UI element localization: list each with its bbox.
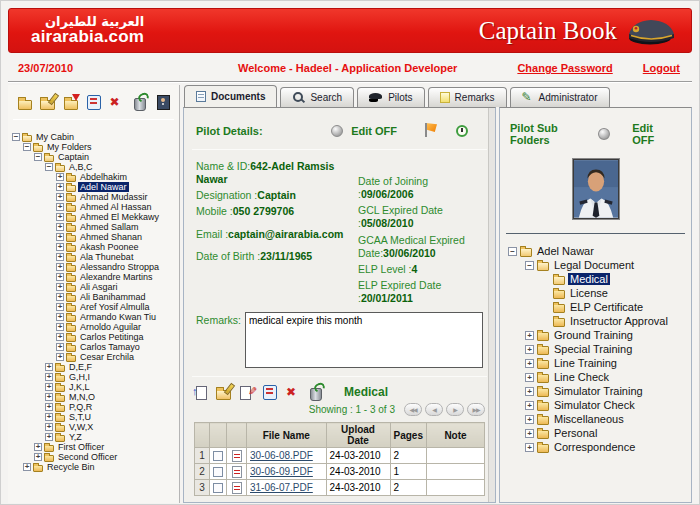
expiry-clock-icon[interactable]	[455, 124, 469, 138]
expand-icon[interactable]: +	[56, 243, 64, 251]
expand-icon[interactable]: +	[45, 403, 53, 411]
expand-icon[interactable]: +	[34, 453, 42, 461]
collapse-icon[interactable]: −	[23, 143, 31, 151]
tree-item[interactable]: +Armando Kwan Tiu	[12, 312, 179, 322]
tree-item[interactable]: +Adel Nawar	[12, 182, 179, 192]
tree-item-label[interactable]: D,E,F	[67, 362, 94, 372]
edit-toggle-button[interactable]	[331, 125, 343, 137]
tree-item-label[interactable]: Legal Document	[552, 259, 636, 271]
expand-icon[interactable]: +	[56, 213, 64, 221]
tree-item-label[interactable]: Adel Nawar	[535, 245, 596, 257]
upload-document-icon[interactable]	[192, 384, 210, 400]
tree-item-label[interactable]: Y,Z	[67, 432, 84, 442]
expand-icon[interactable]: +	[525, 443, 534, 452]
tree-item[interactable]: +Ala Thunebat	[12, 252, 179, 262]
tree-item[interactable]: +Personal	[508, 426, 691, 440]
tree-item-label[interactable]: ELP Certificate	[568, 301, 645, 313]
tree-item[interactable]: −My Cabin	[12, 132, 179, 142]
expand-icon[interactable]: +	[56, 263, 64, 271]
expand-icon[interactable]: +	[45, 413, 53, 421]
tree-item[interactable]: +Correspondence	[508, 440, 691, 454]
delete-icon[interactable]	[108, 94, 126, 110]
expand-icon[interactable]: +	[56, 333, 64, 341]
expand-icon[interactable]: +	[45, 423, 53, 431]
tree-item[interactable]: +Aref Yosif Almulla	[12, 302, 179, 312]
tree-item[interactable]: +S,T,U	[12, 412, 179, 422]
tree-item-label[interactable]: Carlos Petitinga	[78, 332, 146, 342]
tree-item[interactable]: +Simulator Training	[508, 384, 691, 398]
tree-item-label[interactable]: Insetructor Approval	[568, 315, 670, 327]
row-checkbox[interactable]	[213, 483, 223, 493]
tree-item-label[interactable]: Personal	[552, 427, 599, 439]
tree-item-label[interactable]: Arnoldo Aguilar	[78, 322, 143, 332]
expand-icon[interactable]: +	[34, 443, 42, 451]
tree-item-label[interactable]: Abdelhakim	[78, 172, 129, 182]
tree-item-label[interactable]: Line Training	[552, 357, 619, 369]
expand-icon[interactable]: +	[525, 401, 534, 410]
tree-item[interactable]: Insetructor Approval	[508, 314, 691, 328]
tree-item-label[interactable]: Armando Kwan Tiu	[78, 312, 158, 322]
expand-icon[interactable]: +	[45, 363, 53, 371]
tree-item[interactable]: +Ahmed Al Hassan	[12, 202, 179, 212]
tree-item[interactable]: −Captain	[12, 152, 179, 162]
change-password-link[interactable]: Change Password	[517, 62, 612, 74]
delete-icon[interactable]	[284, 384, 302, 400]
expand-icon[interactable]: +	[525, 387, 534, 396]
tree-item-label[interactable]: Adel Nawar	[78, 182, 129, 192]
tree-item[interactable]: +Special Training	[508, 342, 691, 356]
tree-item[interactable]: +Simulator Check	[508, 398, 691, 412]
tree-item[interactable]: +Miscellaneous	[508, 412, 691, 426]
tree-item-label[interactable]: Correspondence	[552, 441, 637, 453]
tree-item[interactable]: +Line Check	[508, 370, 691, 384]
tree-item-label[interactable]: License	[568, 287, 610, 299]
first-page-icon[interactable]: ◀◀	[404, 403, 422, 416]
row-number[interactable]: 2	[195, 464, 210, 480]
tree-item[interactable]: +V,W,X	[12, 422, 179, 432]
tab-pilots[interactable]: Pilots	[357, 87, 424, 107]
expand-icon[interactable]: +	[525, 345, 534, 354]
expand-icon[interactable]: +	[45, 393, 53, 401]
tree-item-label[interactable]: Carlos Tamayo	[78, 342, 142, 352]
expand-icon[interactable]: +	[525, 373, 534, 382]
tree-item-label[interactable]: Ali Banihammad	[78, 292, 148, 302]
tree-item-label[interactable]: Ali Asgari	[78, 282, 120, 292]
tree-item-label[interactable]: Line Check	[552, 371, 611, 383]
tree-item-label[interactable]: G,H,I	[67, 372, 92, 382]
expand-icon[interactable]: +	[56, 173, 64, 181]
expand-icon[interactable]: +	[56, 353, 64, 361]
tree-item-label[interactable]: J,K,L	[67, 382, 92, 392]
tree-item[interactable]: +Line Training	[508, 356, 691, 370]
expand-icon[interactable]: +	[56, 203, 64, 211]
collapse-icon[interactable]: −	[508, 247, 517, 256]
expand-icon[interactable]: +	[56, 183, 64, 191]
tree-item-label[interactable]: Ahmed Shanan	[78, 232, 144, 242]
tree-item[interactable]: ELP Certificate	[508, 300, 691, 314]
tree-item[interactable]: −A,B,C	[12, 162, 179, 172]
notes-icon[interactable]	[85, 94, 103, 110]
notes-icon[interactable]	[261, 384, 279, 400]
tree-item-label[interactable]: Ala Thunebat	[78, 252, 135, 262]
tree-item[interactable]: +Ali Banihammad	[12, 292, 179, 302]
expand-icon[interactable]: +	[525, 359, 534, 368]
expand-icon[interactable]: +	[56, 343, 64, 351]
expand-icon[interactable]: +	[525, 415, 534, 424]
collapse-icon[interactable]: −	[525, 261, 534, 270]
tree-item[interactable]: +Ahmed Sallam	[12, 222, 179, 232]
tree-item[interactable]: +Ahmed El Mekkawy	[12, 212, 179, 222]
tree-item[interactable]: +Y,Z	[12, 432, 179, 442]
tree-item[interactable]: +J,K,L	[12, 382, 179, 392]
row-number[interactable]: 1	[195, 448, 210, 464]
flag-icon[interactable]	[423, 123, 439, 138]
tree-item[interactable]: −Adel Nawar	[508, 244, 691, 258]
tree-item-label[interactable]: Recycle Bin	[45, 462, 97, 472]
expand-icon[interactable]: +	[56, 323, 64, 331]
tree-item[interactable]: +Alexandre Martins	[12, 272, 179, 282]
tree-item-label[interactable]: Ahmed Sallam	[78, 222, 141, 232]
edit-folder-icon[interactable]	[215, 384, 233, 400]
expand-icon[interactable]: +	[23, 463, 31, 471]
tree-item-label[interactable]: Ahmed Al Hassan	[78, 202, 154, 212]
file-link[interactable]: 30-06-09.PDF	[250, 466, 313, 477]
expand-icon[interactable]: +	[525, 429, 534, 438]
tree-item-label[interactable]: Akash Poonee	[78, 242, 141, 252]
expand-icon[interactable]: +	[56, 313, 64, 321]
